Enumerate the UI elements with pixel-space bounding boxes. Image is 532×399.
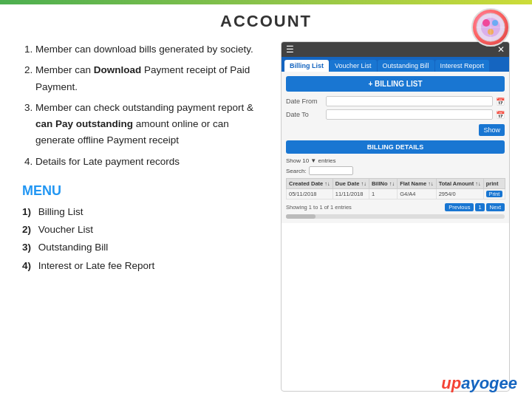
date-from-input[interactable]: [326, 96, 493, 106]
point-1: Member can download bills generated by s…: [35, 41, 267, 58]
point-2: Member can Download Payment receipt of P…: [35, 62, 267, 95]
tabs-bar: Billing List Voucher List Outstanding Bi…: [282, 57, 509, 72]
panel-topbar: ☰ ✕: [282, 42, 509, 57]
pagination-buttons: Previous 1 Next: [445, 203, 505, 211]
calendar-to-icon[interactable]: 📅: [496, 111, 505, 119]
next-button[interactable]: Next: [486, 203, 505, 211]
td-created-date: 05/11/2018: [287, 189, 333, 200]
left-panel: Member can download bills generated by s…: [22, 41, 267, 392]
add-billing-button[interactable]: + BILLING LIST: [286, 76, 505, 92]
point-4: Details for Late payment records: [35, 154, 267, 170]
menu-item-3: 3) Outstanding Bill: [22, 239, 267, 256]
print-button[interactable]: Print: [486, 191, 502, 197]
main-container: ACCOUNT Member can download bills genera…: [0, 4, 532, 399]
show-entries-label: Show 10 ▼ entries: [286, 157, 336, 164]
th-total-amount[interactable]: Total Amount ↑↓: [436, 179, 483, 189]
svg-point-3: [492, 20, 498, 26]
scrollbar[interactable]: [286, 214, 505, 219]
pagination: Showing 1 to 1 of 1 entries Previous 1 N…: [286, 203, 505, 211]
date-to-input[interactable]: [326, 109, 493, 120]
date-to-label: Date To: [286, 111, 323, 118]
search-input[interactable]: [309, 166, 353, 175]
table-controls: Show 10 ▼ entries: [286, 157, 505, 164]
td-flat-name: G4/A4: [398, 189, 436, 200]
menu-section: MENU 1) Billing List 2) Voucher List 3) …: [22, 183, 267, 275]
td-total-amount: 2954/0: [436, 189, 483, 200]
brand-suffix: ayogee: [461, 374, 517, 392]
th-created-date[interactable]: Created Date ↑↓: [287, 179, 333, 189]
billing-table: Created Date ↑↓ Due Date ↑↓ BillNo ↑↓ Fl…: [286, 178, 505, 200]
menu-title: MENU: [22, 183, 267, 199]
menu-item-4: 4) Interest or Late fee Report: [22, 257, 267, 275]
date-to-group: Date To 📅: [286, 109, 505, 120]
tab-outstanding-bill[interactable]: Outstanding Bill: [378, 60, 434, 72]
logo-icon: [471, 8, 510, 47]
td-due-date: 11/11/2018: [332, 189, 369, 200]
right-panel: ☰ ✕ Billing List Voucher List Outstandin…: [281, 41, 510, 392]
tab-voucher-list[interactable]: Voucher List: [330, 60, 377, 72]
search-row: Search:: [286, 166, 505, 175]
scrollbar-thumb[interactable]: [286, 214, 316, 219]
menu-item-1: 1) Billing List: [22, 203, 267, 221]
table-header-row: Created Date ↑↓ Due Date ↑↓ BillNo ↑↓ Fl…: [287, 179, 505, 189]
td-billno: 1: [369, 189, 397, 200]
date-from-label: Date From: [286, 98, 323, 105]
search-label: Search:: [286, 168, 307, 174]
show-row: Show: [286, 123, 505, 136]
show-button[interactable]: Show: [479, 124, 505, 136]
main-content: Member can download bills generated by s…: [22, 41, 510, 392]
point-3: Member can check outstanding payment rep…: [35, 100, 267, 149]
points-list: Member can download bills generated by s…: [22, 41, 267, 170]
menu-icon[interactable]: ☰: [286, 44, 294, 55]
calendar-from-icon[interactable]: 📅: [496, 98, 505, 106]
menu-item-2: 2) Voucher List: [22, 221, 267, 239]
page-number[interactable]: 1: [475, 203, 484, 211]
tab-interest-report[interactable]: Interest Report: [435, 60, 490, 72]
panel-body: + BILLING LIST Date From 📅 Date To 📅 Sho…: [282, 72, 509, 223]
svg-point-2: [482, 19, 490, 27]
prev-button[interactable]: Previous: [445, 203, 474, 211]
pagination-info: Showing 1 to 1 of 1 entries: [286, 204, 352, 211]
brand-prefix: up: [441, 374, 461, 392]
tab-billing-list[interactable]: Billing List: [284, 60, 329, 72]
th-flat-name[interactable]: Flat Name ↑↓: [398, 179, 436, 189]
th-print: print: [483, 179, 505, 189]
page-title: ACCOUNT: [220, 12, 312, 31]
brand-logo: upayogee: [441, 374, 517, 393]
close-icon[interactable]: ✕: [497, 44, 505, 55]
table-row: 05/11/2018 11/11/2018 1 G4/A4 2954/0 Pri…: [287, 189, 505, 200]
menu-list: 1) Billing List 2) Voucher List 3) Outst…: [22, 203, 267, 275]
title-row: ACCOUNT: [22, 12, 510, 31]
section-title: BILLING DETAILS: [286, 140, 505, 154]
date-from-group: Date From 📅: [286, 96, 505, 106]
th-billno[interactable]: BillNo ↑↓: [369, 179, 397, 189]
th-due-date[interactable]: Due Date ↑↓: [332, 179, 369, 189]
td-print: Print: [483, 189, 505, 200]
